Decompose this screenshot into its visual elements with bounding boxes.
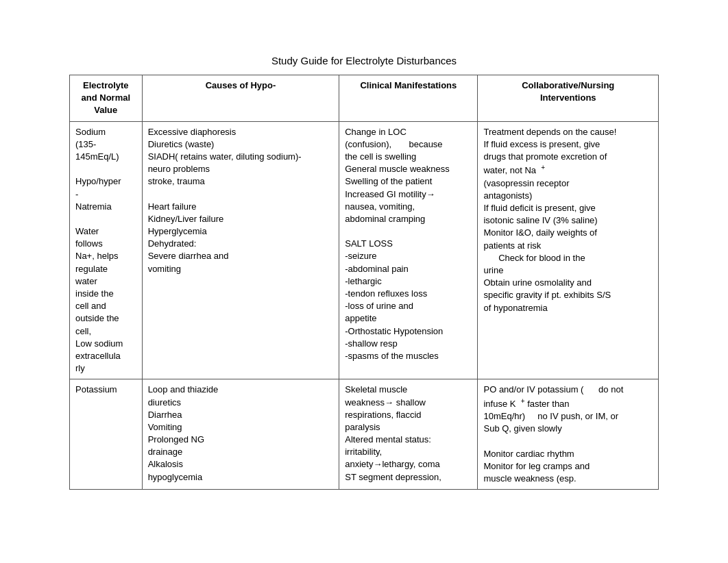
cell-manifestations-sodium: Change in LOC (confusion), because the c… [339, 121, 478, 379]
cell-manifestations-potassium: Skeletal muscle weakness→ shallow respir… [339, 379, 478, 490]
header-interventions: Collaborative/NursingInterventions [478, 75, 659, 122]
header-causes: Causes of Hypo- [142, 75, 339, 122]
cell-interventions-potassium: PO and/or IV potassium ( do not infuse K… [478, 379, 659, 490]
electrolyte-disturbances-table: Electrolyteand NormalValue Causes of Hyp… [69, 75, 659, 490]
cell-electrolyte-potassium: Potassium [70, 379, 143, 490]
cell-electrolyte-sodium: Sodium(135-145mEq/L)Hypo/hyper-NatremiaW… [70, 121, 143, 379]
cell-causes-sodium: Excessive diaphoresis Diuretics (waste) … [142, 121, 339, 379]
header-electrolyte: Electrolyteand NormalValue [70, 75, 143, 122]
page-title: Study Guide for Electrolyte Disturbances [271, 55, 457, 66]
header-manifestations: Clinical Manifestations [339, 75, 478, 122]
cell-interventions-sodium: Treatment depends on the cause! If fluid… [478, 121, 659, 379]
table-row: Potassium Loop and thiazide diuretics Di… [70, 379, 659, 490]
cell-causes-potassium: Loop and thiazide diuretics Diarrhea Vom… [142, 379, 339, 490]
table-row: Sodium(135-145mEq/L)Hypo/hyper-NatremiaW… [70, 121, 659, 379]
